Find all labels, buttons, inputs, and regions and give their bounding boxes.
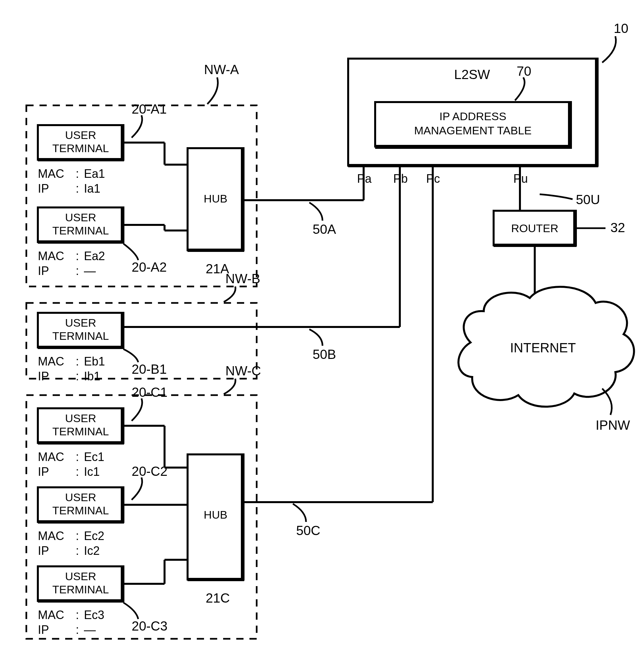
link-50c: 50C <box>296 523 320 538</box>
a1-mac-colon: : <box>76 167 79 180</box>
svg-rect-27 <box>121 208 124 244</box>
c1-mac-colon: : <box>76 450 79 464</box>
c1-ip: Ic1 <box>84 465 100 478</box>
c1-ip-lbl: IP <box>38 465 49 478</box>
b1-mac-colon: : <box>76 355 79 368</box>
svg-rect-49 <box>121 487 124 524</box>
a2-mac-lbl: MAC <box>38 249 64 263</box>
svg-rect-5 <box>568 102 572 149</box>
c1-mac-lbl: MAC <box>38 450 64 464</box>
a2-ip-lbl: IP <box>38 264 49 277</box>
svg-rect-39 <box>188 578 243 581</box>
a1-mac-lbl: MAC <box>38 167 64 180</box>
hub-c-ref: 21C <box>206 591 230 605</box>
c2-mac: Ec2 <box>84 529 104 543</box>
link-50b: 50B <box>313 347 336 361</box>
link-50u: 50U <box>576 192 600 207</box>
nw-b-label: NW-B <box>225 271 260 286</box>
svg-rect-43 <box>121 408 124 444</box>
ip-table-ref: 70 <box>517 64 532 78</box>
a1-ip: Ia1 <box>84 182 100 195</box>
b1-ip: Ib1 <box>84 370 100 383</box>
c2-ip: Ic2 <box>84 544 100 558</box>
c3-ip: — <box>84 623 96 637</box>
svg-rect-21 <box>121 125 124 161</box>
a2-ip: — <box>84 264 96 277</box>
nw-a-label: NW-A <box>204 62 239 77</box>
term-c1-l2: TERMINAL <box>52 425 109 438</box>
a1-mac: Ea1 <box>84 167 105 180</box>
svg-rect-18 <box>241 148 244 252</box>
l2sw-label: L2SW <box>454 67 490 82</box>
term-a1-l2: TERMINAL <box>52 142 109 155</box>
term-c1-l1: USER <box>65 412 96 424</box>
c3-mac-colon: : <box>76 608 79 622</box>
b1-mac-lbl: MAC <box>38 355 64 368</box>
term-b1-l2: TERMINAL <box>52 330 109 342</box>
svg-rect-4 <box>375 145 571 149</box>
term-c3-l1: USER <box>65 570 96 582</box>
svg-rect-52 <box>38 599 124 603</box>
c2-mac-colon: : <box>76 529 79 543</box>
router-label: ROUTER <box>511 222 558 234</box>
hub-a-label: HUB <box>204 192 227 205</box>
nw-c-group: NW-C HUB 21C USER TERMINAL 20-C1 MAC : E… <box>26 363 433 639</box>
svg-rect-53 <box>121 566 124 603</box>
link-50a: 50A <box>313 222 336 236</box>
term-c1-ref: 20-C1 <box>132 385 168 399</box>
svg-rect-17 <box>188 249 243 252</box>
c1-ip-colon: : <box>76 465 79 478</box>
svg-rect-35 <box>121 313 124 349</box>
c3-ip-lbl: IP <box>38 623 49 637</box>
b1-ip-colon: : <box>76 370 79 383</box>
b1-mac: Eb1 <box>84 355 105 368</box>
svg-rect-20 <box>38 158 124 161</box>
term-c2-l1: USER <box>65 491 96 504</box>
svg-rect-40 <box>241 455 244 581</box>
term-c2-l2: TERMINAL <box>52 504 109 517</box>
router-ref: 32 <box>610 220 625 235</box>
term-a2-ref: 20-A2 <box>132 260 167 274</box>
internet-cloud: INTERNET IPNW <box>458 287 634 432</box>
c3-mac-lbl: MAC <box>38 608 64 622</box>
term-c2-ref: 20-C2 <box>132 464 168 478</box>
c1-mac: Ec1 <box>84 450 104 464</box>
router-box: ROUTER 32 <box>494 211 625 247</box>
nw-b-group: NW-B USER TERMINAL 20-B1 MAC : Eb1 IP : … <box>26 271 400 383</box>
term-a1-ref: 20-A1 <box>132 102 167 116</box>
c2-ip-colon: : <box>76 544 79 558</box>
term-a2-l2: TERMINAL <box>52 224 109 237</box>
svg-rect-2 <box>595 58 598 167</box>
a1-ip-lbl: IP <box>38 182 49 195</box>
term-b1-l1: USER <box>65 316 96 329</box>
svg-rect-42 <box>38 441 124 444</box>
svg-rect-26 <box>38 241 124 244</box>
ip-table-label-1: IP ADDRESS <box>439 110 506 123</box>
term-c3-l2: TERMINAL <box>52 583 109 596</box>
b1-ip-lbl: IP <box>38 370 49 383</box>
a2-ip-colon: : <box>76 264 79 277</box>
term-a2-l1: USER <box>65 211 96 224</box>
c3-ip-colon: : <box>76 623 79 637</box>
svg-rect-34 <box>38 346 124 349</box>
ip-table-label-2: MANAGEMENT TABLE <box>414 124 532 137</box>
term-c3-ref: 20-C3 <box>132 619 168 633</box>
c2-ip-lbl: IP <box>38 544 49 558</box>
l2sw-ref: 10 <box>614 21 629 36</box>
svg-rect-7 <box>494 244 576 247</box>
internet-ref: IPNW <box>596 418 630 432</box>
a2-mac: Ea2 <box>84 249 105 263</box>
nw-c-label: NW-C <box>225 363 261 378</box>
term-b1-ref: 20-B1 <box>132 362 167 376</box>
svg-rect-1 <box>348 164 598 167</box>
a1-ip-colon: : <box>76 182 79 195</box>
term-a1-l1: USER <box>65 129 96 141</box>
svg-rect-48 <box>38 520 124 524</box>
hub-c-label: HUB <box>204 508 227 521</box>
c3-mac: Ec3 <box>84 608 104 622</box>
a2-mac-colon: : <box>76 249 79 263</box>
internet-label: INTERNET <box>510 341 576 355</box>
c2-mac-lbl: MAC <box>38 529 64 543</box>
nw-a-group: NW-A HUB 21A USER TERMINAL 20-A1 MAC : E… <box>26 62 364 287</box>
